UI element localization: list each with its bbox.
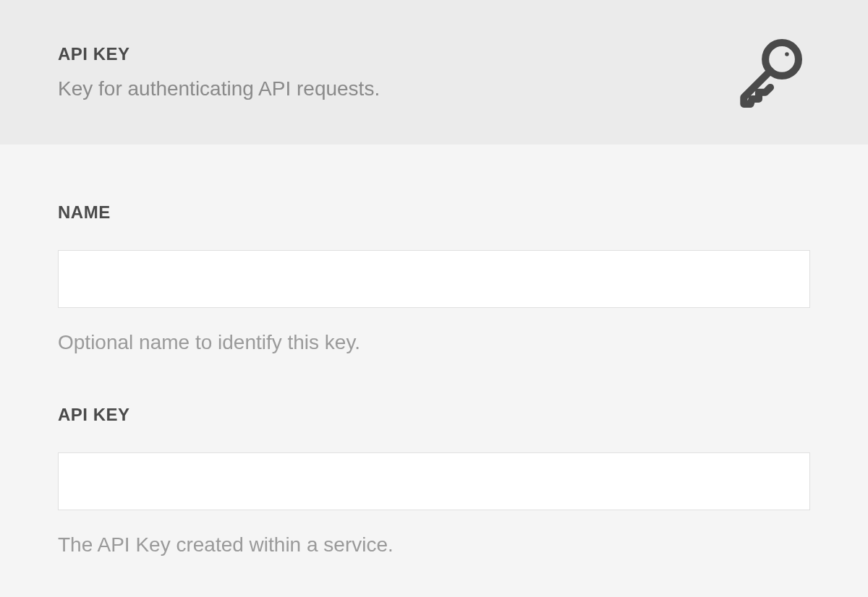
form-section: NAME Optional name to identify this key.…	[0, 145, 868, 597]
page-title: API KEY	[58, 44, 380, 64]
name-help-text: Optional name to identify this key.	[58, 331, 810, 354]
key-icon	[731, 31, 810, 113]
apikey-field-group: API KEY The API Key created within a ser…	[58, 405, 810, 557]
header-text-block: API KEY Key for authenticating API reque…	[58, 44, 380, 100]
apikey-help-text: The API Key created within a service.	[58, 533, 810, 557]
page-header: API KEY Key for authenticating API reque…	[0, 0, 868, 145]
name-input[interactable]	[58, 250, 810, 308]
name-label: NAME	[58, 202, 810, 223]
page-subtitle: Key for authenticating API requests.	[58, 77, 380, 100]
apikey-input[interactable]	[58, 452, 810, 510]
name-field-group: NAME Optional name to identify this key.	[58, 202, 810, 354]
apikey-label: API KEY	[58, 405, 810, 425]
svg-point-1	[785, 52, 789, 56]
